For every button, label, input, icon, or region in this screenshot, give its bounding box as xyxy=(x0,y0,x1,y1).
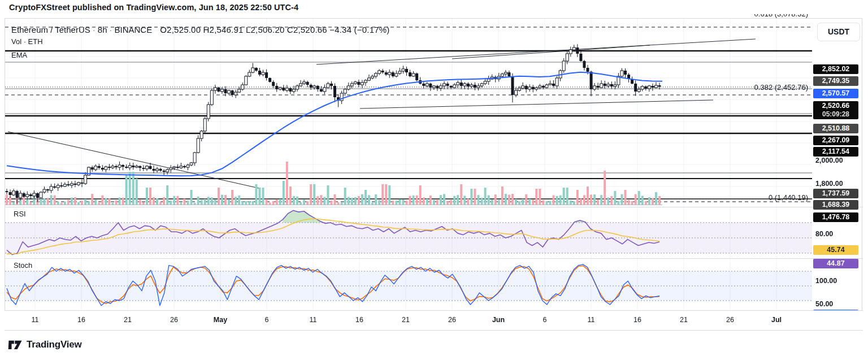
tradingview-chart-screenshot: 0.618 (3,078.32) CryptoFXStreet publishe… xyxy=(0,0,868,356)
price-scale-badge: 2,570.57 xyxy=(813,89,858,98)
time-axis-label: 16 xyxy=(633,316,641,324)
tradingview-logo-text: TradingView xyxy=(27,339,82,350)
price-scale-badge: 1,737.59 xyxy=(813,189,858,198)
time-axis-label: Jul xyxy=(771,316,782,324)
price-scale-tick: 80.00 xyxy=(815,230,833,238)
time-axis-label: 26 xyxy=(726,316,734,324)
ema-indicator-label[interactable]: EMA xyxy=(11,51,27,59)
tradingview-logo[interactable]: TradingView xyxy=(8,336,82,353)
currency-toggle-button[interactable]: USDT xyxy=(817,23,860,41)
price-scale-badge: 2,510.88 xyxy=(813,124,858,133)
dot-separator: · xyxy=(107,25,114,34)
price-scale-tick: 2,000.00 xyxy=(815,157,843,164)
price-scale-badge: 2,520.6605:09:28 xyxy=(813,101,858,119)
fib-0-label: 0 (1,440.19) xyxy=(769,193,808,202)
price-scale-badge: 44.87 xyxy=(813,259,858,268)
fib-0618-label-clip: 0.618 (3,078.32) xyxy=(754,14,808,20)
time-axis-label: 21 xyxy=(402,316,410,324)
price-scale-badge: 1,688.39 xyxy=(813,200,858,210)
price-scale-tick: 50.00 xyxy=(815,300,833,308)
time-axis-label: 16 xyxy=(77,316,85,324)
volume-indicator-label[interactable]: Vol · ETH xyxy=(11,37,43,46)
time-axis-label: 11 xyxy=(310,316,317,324)
exchange-label: BINANCE xyxy=(114,25,152,34)
time-axis-label: 11 xyxy=(32,316,39,324)
time-axis-label: 6 xyxy=(265,316,269,324)
pane-separator-stoch[interactable] xyxy=(5,258,863,259)
symbol-name[interactable]: Ethereum / TetherUS xyxy=(11,25,90,34)
tradingview-logo-icon xyxy=(8,338,23,351)
pane-separator-rsi[interactable] xyxy=(5,207,863,207)
attribution-text: CryptoFXStreet published on TradingView.… xyxy=(9,3,298,12)
price-scale-badge: 2,267.09 xyxy=(813,136,858,145)
time-axis-label: 26 xyxy=(448,316,456,324)
price-scale-badge: 1,476.78 xyxy=(813,212,858,222)
price-scale-tick: 100.00 xyxy=(815,277,837,285)
time-axis-label: May xyxy=(214,316,227,324)
time-axis[interactable]: 11162126May611162126Jun611162126Jul xyxy=(5,310,863,331)
time-axis-label: 16 xyxy=(355,316,363,324)
dot-separator: · xyxy=(90,25,98,34)
time-axis-label: 21 xyxy=(680,316,688,324)
time-axis-label: 6 xyxy=(543,316,547,324)
fib-0618-label: 0.618 (3,078.32) xyxy=(754,14,808,18)
ohlc-values: O2,525.00 H2,546.91 L2,506.20 C2,520.66 … xyxy=(160,25,389,34)
time-axis-label: 21 xyxy=(124,316,132,324)
symbol-title-row[interactable]: Ethereum / TetherUS·8h·BINANCE O2,525.00… xyxy=(11,25,389,34)
fib-0382-label: 0.382 (2,452.76) xyxy=(754,83,808,92)
price-scale-badge: 2,117.54 xyxy=(813,147,858,157)
price-scale[interactable]: USDT 2,852.022,749.352,570.572,520.6605:… xyxy=(812,18,863,331)
stoch-indicator-label[interactable]: Stoch xyxy=(14,261,32,270)
price-scale-badge: 45.74 xyxy=(813,245,858,255)
price-scale-badge: 2,749.35 xyxy=(813,76,858,86)
time-axis-label: Jun xyxy=(492,316,505,324)
time-axis-label: 26 xyxy=(170,316,178,324)
countdown-timer: 05:09:28 xyxy=(813,110,858,119)
interval-label[interactable]: 8h xyxy=(98,25,107,34)
attribution-bar: CryptoFXStreet published on TradingView.… xyxy=(0,0,868,14)
time-axis-label: 11 xyxy=(588,316,595,324)
price-chart-canvas[interactable] xyxy=(0,0,868,356)
rsi-indicator-label[interactable]: RSI xyxy=(14,210,26,218)
price-scale-badge: 2,852.02 xyxy=(813,64,858,74)
price-scale-tick: 1,800.00 xyxy=(815,180,843,188)
